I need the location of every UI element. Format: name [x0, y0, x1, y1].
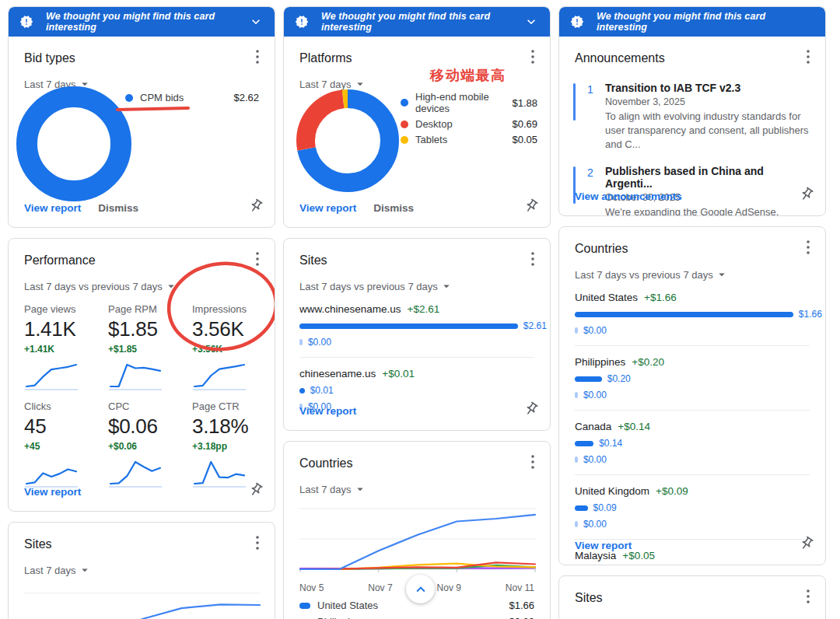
country-name: United States — [575, 292, 638, 303]
legend-row: High-end mobile devices $1.88 — [401, 91, 537, 114]
bar-value: $0.00 — [583, 519, 607, 530]
pin-icon[interactable] — [523, 198, 539, 217]
metric-page-rpm: Page RPM $1.85 +$1.85 — [108, 303, 175, 391]
banner-text: We thought you might find this card inte… — [597, 11, 814, 33]
chevron-down-icon[interactable] — [523, 14, 539, 30]
divider — [299, 357, 534, 358]
date-range-selector[interactable]: Last 7 days vs previous 7 days — [575, 268, 729, 282]
pin-icon[interactable] — [799, 187, 814, 205]
hand-drawn-underline-annotation — [116, 107, 190, 111]
announcement-item[interactable]: 1 Transition to IAB TCF v2.3 November 3,… — [559, 68, 825, 152]
current-period-bar — [575, 312, 793, 317]
kebab-menu-icon[interactable] — [525, 48, 541, 68]
site-name: www.chinesename.us — [299, 303, 401, 315]
date-range-selector[interactable]: Last 7 days — [24, 563, 92, 577]
legend-value: $0.05 — [512, 134, 537, 145]
legend-row: Desktop $0.69 — [401, 118, 537, 130]
date-range-selector[interactable]: Last 7 days vs previous 7 days — [24, 279, 178, 293]
legend-label: Desktop — [415, 118, 453, 130]
announcement-title[interactable]: Transition to IAB TCF v2.3 — [605, 82, 810, 94]
sites-card-right: Sites Last 7 days — [558, 575, 826, 619]
legend-label: United States — [317, 600, 378, 611]
legend-row: CPM bids $2.62 — [125, 92, 259, 103]
date-range-label: Last 7 days vs previous 7 days — [24, 281, 163, 292]
date-range-label: Last 7 days — [299, 484, 352, 495]
dismiss-button[interactable]: Dismiss — [98, 202, 138, 214]
pin-icon[interactable] — [248, 482, 264, 501]
handwritten-note-annotation: 移动端最高 — [430, 66, 506, 85]
scroll-to-top-button[interactable] — [406, 575, 435, 603]
country-name: United Kingdom — [575, 485, 649, 497]
sites-card-left: Sites Last 7 days — [8, 522, 275, 619]
date-range-selector[interactable]: Last 7 days vs previous 7 days — [299, 279, 453, 293]
metric-delta: +3.56K — [192, 344, 259, 355]
view-report-link[interactable]: View report — [575, 540, 632, 551]
sparkline-chart — [24, 360, 79, 391]
legend-label: Philippines — [317, 616, 366, 619]
metric-value: 3.56K — [192, 317, 259, 341]
view-report-link[interactable]: View report — [299, 405, 356, 417]
pin-icon[interactable] — [799, 536, 814, 554]
current-period-bar — [299, 323, 518, 329]
bar-value: $1.66 — [799, 309, 822, 320]
dashboard-column-2: We thought you might find this card inte… — [283, 6, 551, 619]
kebab-menu-icon[interactable] — [800, 588, 816, 608]
pin-icon[interactable] — [523, 401, 539, 420]
country-delta: +$0.20 — [632, 356, 664, 368]
bid-types-card: We thought you might find this card inte… — [8, 6, 275, 228]
divider — [575, 410, 810, 411]
suggestion-banner[interactable]: We thought you might find this card inte… — [9, 7, 275, 37]
dismiss-button[interactable]: Dismiss — [373, 202, 414, 214]
announcement-item[interactable]: 2 Publishers based in China and Argenti.… — [559, 152, 825, 216]
view-report-link[interactable]: View report — [24, 202, 81, 214]
suggestion-banner[interactable]: We thought you might find this card inte… — [284, 7, 550, 37]
legend-label: High-end mobile devices — [415, 91, 505, 114]
kebab-menu-icon[interactable] — [250, 534, 265, 554]
metric-cpc: CPC $0.06 +$0.06 — [108, 400, 175, 488]
caret-down-icon — [164, 279, 178, 293]
kebab-menu-icon[interactable] — [800, 48, 816, 68]
view-announcements-link[interactable]: View announcements — [575, 191, 682, 202]
metric-label: Page CTR — [192, 400, 259, 412]
metric-delta: +3.18pp — [192, 441, 259, 452]
pin-icon[interactable] — [248, 198, 264, 217]
country-row: United Kingdom+$0.09 $0.09 $0.00 — [559, 485, 825, 540]
card-title: Countries — [299, 456, 352, 470]
kebab-menu-icon[interactable] — [800, 239, 816, 259]
new-releases-icon — [19, 15, 33, 29]
performance-card: Performance Last 7 days vs previous 7 da… — [8, 238, 275, 512]
metric-delta: +$0.06 — [108, 441, 175, 452]
announcement-title[interactable]: Publishers based in China and Argenti... — [605, 165, 810, 190]
legend-dot-icon — [401, 121, 408, 128]
legend-value: $1.66 — [509, 600, 534, 611]
legend-row: Tablets $0.05 — [401, 134, 537, 145]
current-period-bar — [575, 441, 593, 446]
kebab-menu-icon[interactable] — [525, 250, 541, 271]
view-report-link[interactable]: View report — [24, 486, 81, 498]
date-range-selector[interactable]: Last 7 days — [299, 482, 367, 496]
caret-down-icon — [439, 279, 453, 293]
kebab-menu-icon[interactable] — [250, 250, 265, 271]
sites-line-chart — [24, 585, 261, 619]
suggestion-banner[interactable]: We thought you might find this card inte… — [559, 7, 825, 37]
metric-page-views: Page views 1.41K +1.41K — [24, 303, 91, 391]
country-name: Philippines — [575, 356, 625, 368]
countries-line-chart — [299, 504, 536, 579]
metric-page-ctr: Page CTR 3.18% +3.18pp — [192, 400, 259, 488]
divider — [575, 345, 810, 346]
chevron-up-icon — [412, 581, 429, 598]
site-delta: +$2.61 — [408, 303, 440, 315]
metric-delta: +45 — [24, 441, 91, 452]
view-report-link[interactable]: View report — [299, 202, 356, 214]
kebab-menu-icon[interactable] — [525, 453, 541, 474]
countries-card-right: Countries Last 7 days vs previous 7 days… — [558, 226, 826, 565]
previous-period-bar — [575, 456, 578, 463]
caret-down-icon — [715, 268, 729, 282]
kebab-menu-icon[interactable] — [250, 48, 265, 68]
legend-label: Tablets — [415, 134, 447, 145]
card-title: Sites — [575, 591, 603, 605]
metric-impressions: Impressions 3.56K +3.56K — [192, 303, 259, 391]
site-delta: +$0.01 — [382, 368, 415, 379]
sparkline-chart — [192, 360, 247, 391]
chevron-down-icon[interactable] — [248, 14, 264, 30]
